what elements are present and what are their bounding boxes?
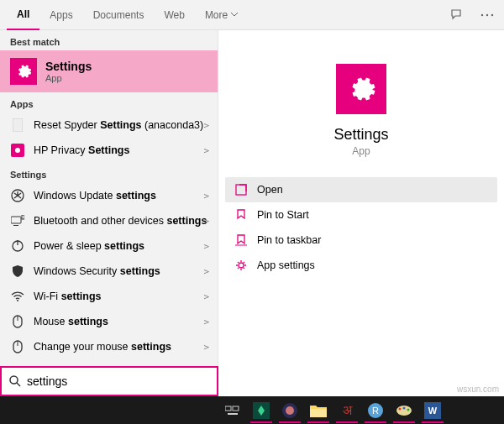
item-label: HP Privacy Settings: [34, 144, 207, 156]
taskbar-file-explorer[interactable]: [304, 396, 333, 424]
item-icon: [10, 339, 25, 354]
item-icon: [10, 238, 25, 254]
chevron-right-icon: >: [203, 191, 209, 202]
taskbar-app-6[interactable]: [390, 396, 418, 424]
svg-rect-30: [310, 409, 327, 417]
svg-point-20: [239, 263, 244, 268]
item-icon: [10, 118, 25, 133]
chevron-right-icon: >: [203, 266, 209, 277]
action-icon: [234, 209, 249, 221]
item-label: Reset Spyder Settings (anaconda3): [34, 119, 207, 131]
item-label: Bluetooth and other devices settings: [34, 215, 207, 227]
item-icon: [10, 213, 25, 228]
tab-more[interactable]: More: [195, 0, 248, 30]
taskbar-word[interactable]: W: [418, 396, 447, 424]
list-item[interactable]: Windows Update settings>: [0, 183, 218, 208]
tab-all[interactable]: All: [7, 0, 39, 30]
taskbar-app-4[interactable]: अ: [333, 396, 361, 424]
svg-line-22: [17, 383, 20, 386]
search-box[interactable]: [0, 366, 218, 396]
gear-icon: [10, 58, 37, 85]
item-icon: [10, 289, 25, 304]
search-icon: [8, 374, 22, 388]
list-item[interactable]: HP Privacy Settings>: [0, 138, 218, 163]
chevron-right-icon: >: [203, 291, 209, 302]
svg-point-35: [403, 406, 406, 409]
results-panel: Best match Settings App Apps Reset Spyde…: [0, 30, 218, 396]
svg-rect-8: [22, 215, 24, 219]
svg-point-0: [481, 13, 483, 15]
action-icon: [234, 234, 249, 246]
svg-rect-25: [228, 413, 238, 415]
taskbar-app-2[interactable]: [276, 396, 304, 424]
list-item[interactable]: Reset Spyder Settings (anaconda3)>: [0, 113, 218, 138]
action-label: Pin to taskbar: [257, 234, 321, 246]
more-options-icon[interactable]: [477, 5, 497, 25]
list-item[interactable]: Mouse settings>: [0, 309, 218, 334]
chevron-right-icon: >: [203, 241, 209, 252]
task-view-icon[interactable]: [218, 396, 247, 424]
item-label: Wi-Fi settings: [34, 291, 207, 302]
svg-point-36: [407, 408, 410, 411]
tab-documents[interactable]: Documents: [83, 0, 155, 30]
svg-rect-18: [236, 185, 246, 195]
chevron-down-icon: [231, 13, 238, 17]
svg-point-2: [491, 13, 493, 15]
item-icon: [10, 264, 25, 279]
tab-web[interactable]: Web: [154, 0, 194, 30]
list-item[interactable]: Windows Security settings>: [0, 259, 218, 284]
svg-rect-6: [11, 217, 21, 223]
action-icon: [234, 259, 249, 271]
item-icon: [10, 314, 25, 329]
list-item[interactable]: Wi-Fi settings>: [0, 284, 218, 309]
detail-title: Settings: [333, 126, 388, 144]
action-item[interactable]: Pin to taskbar: [225, 228, 497, 253]
best-match-item[interactable]: Settings App: [0, 50, 218, 92]
chevron-right-icon: >: [203, 342, 209, 353]
action-item[interactable]: App settings: [225, 253, 497, 278]
item-icon: [10, 188, 25, 203]
chevron-right-icon: >: [203, 216, 209, 227]
svg-text:R: R: [372, 406, 379, 416]
svg-point-21: [10, 376, 18, 384]
taskbar: अ R W: [0, 396, 504, 424]
list-item[interactable]: Bluetooth and other devices settings>: [0, 208, 218, 233]
action-label: App settings: [257, 259, 315, 271]
action-item[interactable]: Pin to Start: [225, 202, 497, 228]
taskbar-app-1[interactable]: [247, 396, 276, 424]
svg-point-1: [486, 13, 488, 15]
feedback-icon[interactable]: [447, 5, 467, 25]
watermark: wsxun.com: [457, 385, 499, 394]
action-icon: [234, 184, 249, 196]
list-item[interactable]: Power & sleep settings>: [0, 233, 218, 259]
section-apps: Apps: [0, 92, 218, 113]
chevron-right-icon: >: [203, 145, 209, 156]
svg-rect-7: [13, 225, 18, 226]
item-label: Windows Security settings: [34, 265, 207, 277]
best-match-title: Settings: [45, 60, 92, 73]
detail-panel: Settings App OpenPin to StartPin to task…: [218, 30, 504, 396]
section-best-match: Best match: [0, 30, 218, 50]
item-label: Mouse settings: [34, 316, 207, 327]
list-item[interactable]: Change your mouse settings>: [0, 334, 218, 359]
action-item[interactable]: Open: [225, 177, 497, 202]
item-label: Power & sleep settings: [34, 240, 207, 252]
best-match-subtitle: App: [45, 73, 92, 83]
taskbar-app-5[interactable]: R: [361, 396, 390, 424]
gear-icon: [336, 64, 386, 114]
svg-rect-23: [225, 406, 231, 411]
action-label: Open: [257, 184, 283, 196]
search-input[interactable]: [27, 374, 210, 388]
item-label: Windows Update settings: [34, 190, 207, 202]
svg-point-5: [15, 148, 20, 153]
svg-point-29: [286, 406, 294, 415]
item-label: Change your mouse settings: [34, 341, 207, 353]
chevron-right-icon: >: [203, 317, 209, 327]
svg-point-11: [17, 300, 18, 301]
svg-rect-3: [13, 118, 23, 132]
svg-text:W: W: [428, 406, 438, 416]
detail-subtitle: App: [352, 145, 370, 157]
chevron-right-icon: >: [203, 120, 209, 131]
tab-apps[interactable]: Apps: [39, 0, 82, 30]
svg-point-34: [399, 407, 402, 410]
